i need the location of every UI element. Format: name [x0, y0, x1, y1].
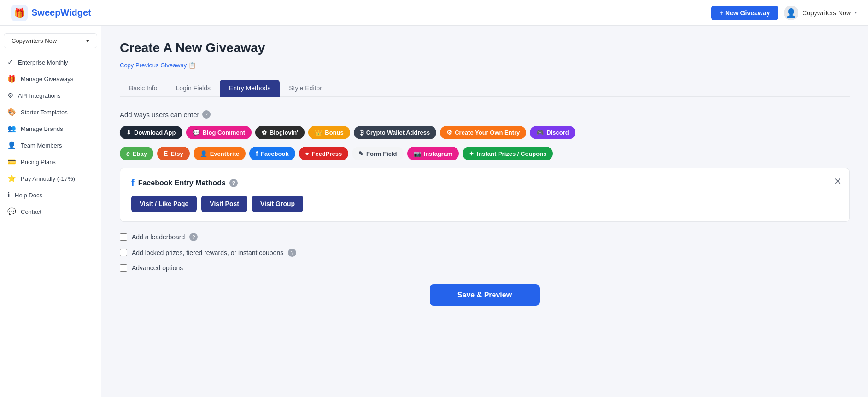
- sidebar-item-api[interactable]: ⚙API Integrations: [0, 87, 101, 104]
- entry-btn-facebook[interactable]: f Facebook: [249, 147, 295, 160]
- sidebar-item-pricing[interactable]: 💳Pricing Plans: [0, 154, 101, 170]
- sidebar-item-help[interactable]: ℹHelp Docs: [0, 187, 101, 203]
- leaderboard-checkbox[interactable]: [120, 233, 127, 241]
- layout: Copywriters Now ▾ ✓Enterprise Monthly 🎁M…: [0, 0, 868, 397]
- entry-btn-label: Create Your Own Entry: [455, 129, 520, 136]
- leaderboard-label: Add a leaderboard: [132, 233, 185, 241]
- sidebar-item-enterprise[interactable]: ✓Enterprise Monthly: [0, 54, 101, 71]
- tab-entry-methods[interactable]: Entry Methods: [220, 80, 280, 97]
- copy-previous-link[interactable]: Copy Previous Giveaway 📋: [120, 62, 196, 69]
- sidebar-item-label: Help Docs: [15, 192, 42, 199]
- entry-btn-label: Eventbrite: [210, 150, 240, 157]
- entry-btn-label: FeedPress: [311, 150, 342, 157]
- leaderboard-help-icon[interactable]: ?: [189, 233, 198, 241]
- sidebar-item-pay-annually[interactable]: ⭐Pay Annually (-17%): [0, 170, 101, 187]
- save-btn-container: Save & Preview: [120, 284, 850, 306]
- sidebar-item-label: Enterprise Monthly: [18, 59, 68, 66]
- save-preview-button[interactable]: Save & Preview: [430, 284, 540, 306]
- main-content: Create A New Giveaway Copy Previous Give…: [101, 26, 868, 397]
- facebook-box-close-button[interactable]: ✕: [834, 176, 842, 187]
- advanced-label: Advanced options: [132, 264, 183, 272]
- visit-like-page-button[interactable]: Visit / Like Page: [131, 196, 197, 212]
- sidebar-item-label: Team Members: [21, 142, 62, 149]
- add-ways-label: Add ways users can enter: [120, 111, 199, 119]
- avatar: 👤: [784, 6, 798, 20]
- facebook-entry-box: f Facebook Entry Methods ? ✕ Visit / Lik…: [120, 168, 850, 222]
- new-giveaway-button[interactable]: + New Giveaway: [711, 6, 778, 20]
- entry-btn-form-field[interactable]: ✎ Form Field: [352, 147, 403, 160]
- copy-previous-label: Copy Previous Giveaway: [120, 62, 187, 69]
- entry-help-icon[interactable]: ?: [202, 110, 211, 119]
- gift-icon: 🎁: [7, 75, 16, 83]
- tab-style-editor[interactable]: Style Editor: [280, 80, 331, 97]
- facebook-entry-title: f Facebook Entry Methods ?: [131, 178, 838, 188]
- header-right: + New Giveaway 👤 Copywriters Now ▾: [711, 6, 857, 20]
- locked-prizes-label: Add locked prizes, tiered rewards, or in…: [132, 249, 283, 256]
- brand-selector-chevron: ▾: [86, 37, 89, 44]
- sidebar-item-team[interactable]: 👤Team Members: [0, 137, 101, 154]
- sidebar-item-contact[interactable]: 💬Contact: [0, 203, 101, 220]
- entry-btn-crypto[interactable]: ₿ Crypto Wallet Address: [354, 126, 436, 139]
- brand-selector[interactable]: Copywriters Now ▾: [4, 33, 97, 48]
- entry-btn-create-entry[interactable]: ⚙ Create Your Own Entry: [440, 126, 526, 139]
- entry-btn-feedpress[interactable]: ♥ FeedPress: [299, 147, 348, 160]
- sidebar-item-label: Manage Giveaways: [21, 76, 73, 83]
- facebook-help-icon[interactable]: ?: [229, 179, 238, 187]
- eventbrite-icon: 👤: [200, 150, 207, 157]
- sidebar-item-label: Starter Templates: [21, 109, 68, 116]
- entry-btn-bonus[interactable]: 👑 Bonus: [308, 126, 350, 139]
- checkbox-group: Add a leaderboard ? Add locked prizes, t…: [120, 233, 850, 272]
- form-icon: ✎: [358, 150, 364, 157]
- ebay-icon: e: [126, 150, 130, 157]
- visit-group-button[interactable]: Visit Group: [252, 196, 303, 212]
- advanced-checkbox[interactable]: [120, 264, 127, 272]
- info-icon: ℹ: [7, 191, 10, 199]
- entry-btn-label: Instagram: [424, 150, 452, 157]
- sidebar-item-brands[interactable]: 👥Manage Brands: [0, 120, 101, 137]
- leaderboard-checkbox-item[interactable]: Add a leaderboard ?: [120, 233, 850, 241]
- entry-btn-download-app[interactable]: ⬇ Download App: [120, 126, 182, 139]
- instagram-icon: 📷: [414, 150, 421, 157]
- entry-buttons-row2: e Ebay E Etsy 👤 Eventbrite f Facebook ♥ …: [120, 147, 850, 160]
- entry-btn-bloglovin[interactable]: ✿ Bloglovin': [255, 126, 305, 139]
- sidebar-item-label: Manage Brands: [21, 125, 63, 132]
- sidebar-item-label: Pricing Plans: [21, 159, 56, 166]
- entry-btn-discord[interactable]: 🎮 Discord: [530, 126, 575, 139]
- entry-btn-instagram[interactable]: 📷 Instagram: [407, 147, 459, 160]
- entry-btn-label: Instant Prizes / Coupons: [477, 150, 547, 157]
- sidebar-item-manage-giveaways[interactable]: 🎁Manage Giveaways: [0, 71, 101, 87]
- user-icon: 👤: [7, 141, 16, 149]
- card-icon: 💳: [7, 158, 16, 166]
- entry-btn-instant-prizes[interactable]: ✦ Instant Prizes / Coupons: [463, 147, 553, 160]
- sidebar-nav: ✓Enterprise Monthly 🎁Manage Giveaways ⚙A…: [0, 54, 101, 220]
- sidebar-item-templates[interactable]: 🎨Starter Templates: [0, 104, 101, 120]
- heart-icon: ♥: [305, 150, 309, 157]
- tab-login-fields[interactable]: Login Fields: [166, 80, 220, 97]
- entry-btn-blog-comment[interactable]: 💬 Blog Comment: [186, 126, 252, 139]
- locked-prizes-help-icon[interactable]: ?: [288, 249, 296, 257]
- etsy-icon: E: [164, 150, 168, 157]
- chat-icon: 💬: [7, 207, 16, 216]
- sidebar-item-label: Contact: [21, 208, 41, 215]
- facebook-icon: f: [256, 150, 258, 157]
- tab-basic-info[interactable]: Basic Info: [120, 80, 166, 97]
- entry-btn-label: Ebay: [133, 150, 147, 157]
- visit-post-button[interactable]: Visit Post: [201, 196, 247, 212]
- sidebar-item-label: Pay Annually (-17%): [21, 175, 75, 182]
- locked-prizes-checkbox-item[interactable]: Add locked prizes, tiered rewards, or in…: [120, 249, 850, 257]
- discord-icon: 🎮: [536, 129, 544, 136]
- logo[interactable]: 🎁 SweepWidget: [11, 5, 91, 21]
- locked-prizes-checkbox[interactable]: [120, 249, 127, 256]
- header: 🎁 SweepWidget + New Giveaway 👤 Copywrite…: [0, 0, 868, 26]
- user-menu[interactable]: 👤 Copywriters Now ▾: [784, 6, 857, 20]
- people-icon: 👥: [7, 124, 16, 133]
- advanced-checkbox-item[interactable]: Advanced options: [120, 264, 850, 272]
- entry-btn-ebay[interactable]: e Ebay: [120, 147, 153, 160]
- facebook-box-title: Facebook Entry Methods: [138, 179, 226, 187]
- logo-icon: 🎁: [11, 5, 28, 21]
- entry-btn-etsy[interactable]: E Etsy: [157, 147, 190, 160]
- bloglovin-icon: ✿: [262, 129, 267, 136]
- entry-btn-label: Facebook: [261, 150, 289, 157]
- entry-btn-eventbrite[interactable]: 👤 Eventbrite: [194, 147, 246, 160]
- entry-buttons-row1: ⬇ Download App 💬 Blog Comment ✿ Bloglovi…: [120, 126, 850, 139]
